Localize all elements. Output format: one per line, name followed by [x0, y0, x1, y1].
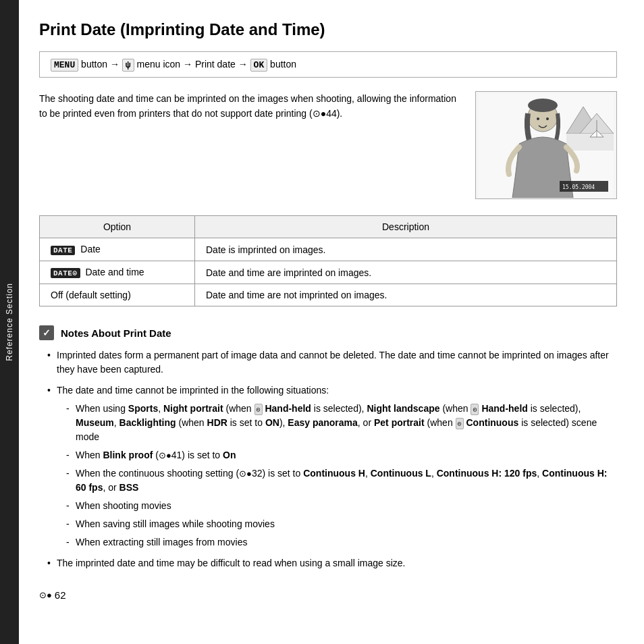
- sub-item-saving: When saving still images while shooting …: [76, 518, 275, 529]
- nav-box: MENU button → ψ menu icon → Print date →…: [39, 51, 617, 78]
- bold-text: Hand-held: [481, 403, 527, 414]
- bold-text: Sports: [128, 403, 158, 414]
- intro-text: The shooting date and time can be imprin…: [39, 91, 462, 199]
- nav-text3: button: [270, 59, 296, 70]
- nav-text: button →: [81, 59, 122, 70]
- menu-icon-label: ψ: [122, 59, 134, 72]
- svg-point-9: [546, 117, 549, 120]
- bold-text: BSS: [119, 482, 139, 493]
- page-title: Print Date (Imprinting Date and Time): [39, 20, 617, 39]
- table-row: DATE⊙ Date and time Date and time are im…: [40, 261, 617, 284]
- page-number: 62: [55, 589, 66, 601]
- footer-icon: ⊙●: [39, 590, 52, 600]
- inline-icon: ⊙: [471, 404, 479, 415]
- col-description-header: Description: [195, 216, 617, 238]
- side-tab-label: Reference Section: [5, 283, 14, 361]
- menu-button-label: MENU: [51, 59, 78, 72]
- option-datetime-label: Date and time: [85, 267, 144, 277]
- bold-text: Continuous: [466, 417, 519, 428]
- svg-text:15.05.2004: 15.05.2004: [562, 184, 595, 190]
- ok-button-label: OK: [250, 59, 268, 72]
- svg-point-8: [537, 117, 539, 120]
- ref-icon: ⊙●: [159, 449, 171, 462]
- svg-point-7: [528, 99, 558, 112]
- table-row: DATE Date Date is imprinted on images.: [40, 238, 617, 261]
- option-date: DATE Date: [40, 238, 195, 261]
- description-off: Date and time are not imprinted on image…: [195, 284, 617, 306]
- bold-text: Night portrait: [163, 403, 223, 414]
- ref-icon: ⊙●: [239, 467, 252, 481]
- sub-list-item: When extracting still images from movies: [66, 535, 617, 549]
- bold-text: Backlighting: [119, 417, 176, 428]
- date-badge: DATE: [51, 246, 75, 255]
- dated-badge: DATE⊙: [51, 268, 80, 278]
- bold-text: Hand-held: [265, 403, 311, 414]
- col-option-header: Option: [40, 216, 195, 238]
- sub-list-item: When using Sports, Night portrait (when …: [66, 402, 617, 444]
- note-item-1: Imprinted dates form a permanent part of…: [57, 350, 609, 375]
- sub-list-item: When Blink proof (⊙●41) is set to On: [66, 448, 617, 462]
- note-item-2: The date and time cannot be imprinted in…: [57, 385, 329, 396]
- sub-item-movies: When shooting movies: [76, 500, 171, 511]
- intro-paragraph: The shooting date and time can be imprin…: [39, 93, 456, 119]
- table-row: Off (default setting) Date and time are …: [40, 284, 617, 306]
- page-footer: ⊙● 62: [39, 589, 617, 601]
- bold-text: ON: [265, 417, 279, 428]
- list-item: The date and time cannot be imprinted in…: [47, 383, 617, 549]
- bold-text: Blink proof: [103, 450, 153, 460]
- option-datetime: DATE⊙ Date and time: [40, 261, 195, 284]
- notes-section: ✓ Notes About Print Date Imprinted dates…: [39, 325, 617, 570]
- svg-rect-3: [566, 134, 614, 151]
- list-item: The imprinted date and time may be diffi…: [47, 556, 617, 570]
- main-content: Print Date (Imprinting Date and Time) ME…: [19, 0, 644, 644]
- description-date: Date is imprinted on images.: [195, 238, 617, 261]
- sub-list-item: When saving still images while shooting …: [66, 517, 617, 531]
- bold-text: Pet portrait: [374, 417, 425, 428]
- bold-text: Museum: [76, 417, 114, 428]
- description-datetime: Date and time are imprinted on images.: [195, 261, 617, 284]
- bold-text: Continuous H: 120 fps: [437, 468, 537, 479]
- sub-list-item: When the continuous shooting setting (⊙●…: [66, 466, 617, 495]
- sub-item-extracting: When extracting still images from movies: [76, 537, 247, 547]
- bold-text: Easy panorama: [288, 417, 358, 428]
- option-date-label: Date: [80, 244, 101, 254]
- check-icon: ✓: [39, 325, 54, 340]
- side-tab: Reference Section: [0, 0, 19, 644]
- inline-icon: ⊙: [456, 418, 464, 429]
- option-off: Off (default setting): [40, 284, 195, 306]
- sub-list-item: When shooting movies: [66, 499, 617, 513]
- option-off-label: Off (default setting): [51, 290, 131, 300]
- inline-icon: ⊙: [254, 404, 263, 415]
- sub-list: When using Sports, Night portrait (when …: [57, 402, 617, 549]
- notes-header: ✓ Notes About Print Date: [39, 325, 617, 340]
- illustration-svg: 15.05.2004: [479, 93, 614, 198]
- options-table: Option Description DATE Date Date is imp…: [39, 215, 617, 306]
- notes-title: Notes About Print Date: [61, 327, 171, 339]
- note-item-last: The imprinted date and time may be diffi…: [57, 558, 405, 568]
- list-item: Imprinted dates form a permanent part of…: [47, 348, 617, 377]
- bold-text: On: [223, 450, 236, 460]
- camera-illustration: 15.05.2004: [475, 91, 617, 199]
- nav-text2: menu icon → Print date →: [137, 59, 250, 70]
- bold-text: Night landscape: [367, 403, 439, 414]
- bold-text: HDR: [207, 417, 227, 428]
- notes-list: Imprinted dates form a permanent part of…: [39, 348, 617, 570]
- bold-text: Continuous H: [303, 468, 365, 479]
- bold-text: Continuous L: [371, 468, 431, 479]
- intro-section: The shooting date and time can be imprin…: [39, 91, 617, 199]
